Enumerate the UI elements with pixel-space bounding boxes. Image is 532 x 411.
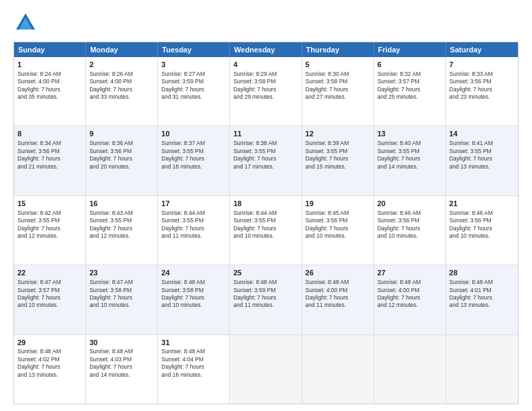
day-info-line: Sunrise: 8:48 AM bbox=[161, 348, 226, 355]
day-info-line: Sunrise: 8:40 AM bbox=[378, 140, 442, 147]
calendar-cell: 3Sunrise: 8:27 AMSunset: 3:59 PMDaylight… bbox=[158, 57, 230, 126]
day-info-line: Sunset: 4:03 PM bbox=[89, 356, 154, 363]
day-info-line: Sunset: 3:59 PM bbox=[161, 78, 226, 85]
day-info-line: Sunrise: 8:38 AM bbox=[233, 140, 298, 147]
day-info-line: Sunrise: 8:27 AM bbox=[161, 71, 226, 78]
day-info-line: Daylight: 7 hours bbox=[161, 294, 226, 302]
day-info-line: Daylight: 7 hours bbox=[449, 294, 515, 302]
day-number: 8 bbox=[17, 129, 82, 139]
day-number: 3 bbox=[161, 60, 226, 70]
day-info-line: and 10 minutes. bbox=[378, 232, 442, 240]
calendar-cell: 12Sunrise: 8:39 AMSunset: 3:55 PMDayligh… bbox=[302, 126, 374, 195]
day-info-line: Sunrise: 8:46 AM bbox=[378, 210, 442, 217]
calendar-cell: 22Sunrise: 8:47 AMSunset: 3:57 PMDayligh… bbox=[14, 265, 86, 334]
day-info-line: Sunset: 3:58 PM bbox=[89, 287, 154, 294]
day-info-line: Sunset: 3:55 PM bbox=[161, 148, 226, 155]
day-info-line: Sunrise: 8:36 AM bbox=[89, 140, 154, 147]
day-info-line: and 15 minutes. bbox=[306, 163, 370, 171]
day-info-line: Sunset: 3:56 PM bbox=[17, 148, 82, 155]
calendar: SundayMondayTuesdayWednesdayThursdayFrid… bbox=[13, 42, 519, 404]
day-info-line: and 33 minutes. bbox=[89, 93, 154, 101]
calendar-cell: 29Sunrise: 8:48 AMSunset: 4:02 PMDayligh… bbox=[14, 335, 86, 404]
calendar-body: 1Sunrise: 8:24 AMSunset: 4:00 PMDaylight… bbox=[14, 57, 518, 404]
day-info-line: Sunset: 3:56 PM bbox=[449, 217, 515, 224]
day-number: 25 bbox=[233, 268, 298, 278]
day-info-line: Sunrise: 8:48 AM bbox=[17, 348, 82, 355]
day-number: 26 bbox=[306, 268, 370, 278]
day-info-line: Sunset: 4:04 PM bbox=[161, 356, 226, 363]
day-info-line: Daylight: 7 hours bbox=[17, 294, 82, 302]
day-info-line: Sunrise: 8:24 AM bbox=[17, 71, 82, 78]
calendar-cell bbox=[374, 335, 446, 404]
day-info-line: Sunset: 4:00 PM bbox=[378, 287, 442, 294]
calendar-cell bbox=[230, 335, 302, 404]
day-info-line: and 16 minutes. bbox=[161, 371, 226, 379]
day-info-line: Sunrise: 8:48 AM bbox=[378, 279, 442, 286]
day-number: 4 bbox=[233, 60, 298, 70]
day-info-line: Daylight: 7 hours bbox=[89, 294, 154, 302]
page: SundayMondayTuesdayWednesdayThursdayFrid… bbox=[0, 0, 532, 411]
day-info-line: and 12 minutes. bbox=[378, 302, 442, 309]
day-number: 15 bbox=[17, 199, 82, 209]
day-info-line: Daylight: 7 hours bbox=[378, 294, 442, 302]
logo-icon bbox=[13, 11, 38, 35]
day-number: 12 bbox=[306, 129, 370, 139]
day-info-line: Sunrise: 8:34 AM bbox=[17, 140, 82, 147]
day-number: 11 bbox=[233, 129, 298, 139]
day-info-line: and 13 minutes. bbox=[449, 302, 515, 309]
day-number: 9 bbox=[89, 129, 154, 139]
calendar-cell: 5Sunrise: 8:30 AMSunset: 3:58 PMDaylight… bbox=[302, 57, 374, 126]
day-number: 30 bbox=[89, 338, 154, 348]
day-info-line: Sunset: 3:55 PM bbox=[89, 217, 154, 224]
day-info-line: Sunset: 4:00 PM bbox=[89, 78, 154, 85]
day-info-line: and 12 minutes. bbox=[17, 232, 82, 240]
day-number: 6 bbox=[378, 60, 442, 70]
header-day-wednesday: Wednesday bbox=[230, 42, 302, 57]
header-day-sunday: Sunday bbox=[14, 42, 86, 57]
header-day-saturday: Saturday bbox=[446, 42, 518, 57]
day-number: 22 bbox=[17, 268, 82, 278]
calendar-row-4: 22Sunrise: 8:47 AMSunset: 3:57 PMDayligh… bbox=[14, 265, 518, 334]
calendar-cell: 13Sunrise: 8:40 AMSunset: 3:55 PMDayligh… bbox=[374, 126, 446, 195]
day-info-line: Daylight: 7 hours bbox=[17, 225, 82, 232]
day-number: 27 bbox=[378, 268, 442, 278]
day-info-line: Daylight: 7 hours bbox=[306, 294, 370, 302]
calendar-cell: 1Sunrise: 8:24 AMSunset: 4:00 PMDaylight… bbox=[14, 57, 86, 126]
day-info-line: Sunset: 3:55 PM bbox=[233, 217, 298, 224]
day-info-line: Daylight: 7 hours bbox=[89, 225, 154, 232]
day-info-line: Sunrise: 8:32 AM bbox=[378, 71, 442, 78]
calendar-row-3: 15Sunrise: 8:42 AMSunset: 3:55 PMDayligh… bbox=[14, 195, 518, 265]
day-number: 24 bbox=[161, 268, 226, 278]
day-info-line: and 31 minutes. bbox=[161, 93, 226, 101]
day-info-line: Sunrise: 8:39 AM bbox=[306, 140, 370, 147]
day-info-line: Daylight: 7 hours bbox=[233, 86, 298, 93]
day-info-line: Sunset: 3:56 PM bbox=[449, 78, 515, 85]
day-number: 16 bbox=[89, 199, 154, 209]
calendar-cell: 7Sunrise: 8:33 AMSunset: 3:56 PMDaylight… bbox=[446, 57, 518, 126]
day-info-line: Sunrise: 8:30 AM bbox=[306, 71, 370, 78]
day-info-line: Sunrise: 8:45 AM bbox=[306, 210, 370, 217]
day-info-line: Daylight: 7 hours bbox=[306, 86, 370, 93]
day-info-line: Sunrise: 8:41 AM bbox=[449, 140, 515, 147]
calendar-cell: 19Sunrise: 8:45 AMSunset: 3:56 PMDayligh… bbox=[302, 196, 374, 265]
day-number: 23 bbox=[89, 268, 154, 278]
day-info-line: Daylight: 7 hours bbox=[449, 225, 515, 232]
day-info-line: Sunset: 3:57 PM bbox=[378, 78, 442, 85]
day-info-line: and 10 minutes. bbox=[233, 232, 298, 240]
day-info-line: Daylight: 7 hours bbox=[161, 363, 226, 371]
day-info-line: and 10 minutes. bbox=[449, 232, 515, 240]
calendar-cell: 18Sunrise: 8:44 AMSunset: 3:55 PMDayligh… bbox=[230, 196, 302, 265]
day-info-line: and 21 minutes. bbox=[17, 163, 82, 171]
day-info-line: and 13 minutes. bbox=[17, 371, 82, 379]
day-number: 17 bbox=[161, 199, 226, 209]
day-number: 5 bbox=[306, 60, 370, 70]
calendar-cell: 15Sunrise: 8:42 AMSunset: 3:55 PMDayligh… bbox=[14, 196, 86, 265]
day-info-line: Sunset: 4:01 PM bbox=[449, 287, 515, 294]
day-info-line: Sunset: 3:58 PM bbox=[306, 78, 370, 85]
day-info-line: and 13 minutes. bbox=[449, 163, 515, 171]
day-number: 1 bbox=[17, 60, 82, 70]
day-info-line: Sunrise: 8:44 AM bbox=[161, 210, 226, 217]
day-info-line: Daylight: 7 hours bbox=[17, 363, 82, 371]
day-info-line: Sunrise: 8:43 AM bbox=[89, 210, 154, 217]
day-info-line: and 11 minutes. bbox=[161, 232, 226, 240]
